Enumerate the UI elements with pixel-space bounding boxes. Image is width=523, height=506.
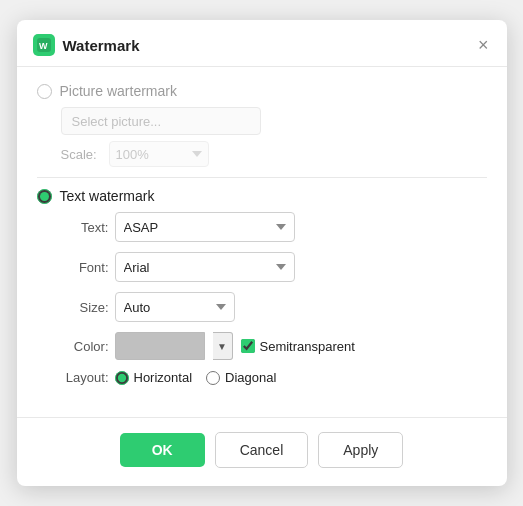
picture-input-row: [61, 107, 487, 135]
layout-label: Layout:: [61, 370, 109, 385]
dialog-header: W Watermark ×: [17, 20, 507, 67]
semitransparent-checkbox[interactable]: [241, 339, 255, 353]
text-select[interactable]: ASAP: [115, 212, 295, 242]
dialog-title: Watermark: [63, 37, 468, 54]
font-form-row: Font: Arial: [61, 252, 487, 282]
text-watermark-radio[interactable]: [37, 189, 52, 204]
semitransparent-label[interactable]: Semitransparent: [241, 339, 355, 354]
cancel-button[interactable]: Cancel: [215, 432, 309, 468]
color-swatch[interactable]: [115, 332, 205, 360]
dialog-body: Picture wartermark Scale: 100% Text wate…: [17, 67, 507, 407]
dialog-footer: OK Cancel Apply: [17, 417, 507, 486]
size-label: Size:: [61, 300, 109, 315]
text-options: Text: ASAP Font: Arial Size: Auto: [61, 212, 487, 385]
diagonal-label[interactable]: Diagonal: [206, 370, 276, 385]
picture-radio-row: Picture wartermark: [37, 83, 487, 99]
section-divider: [37, 177, 487, 178]
font-label: Font:: [61, 260, 109, 275]
font-select[interactable]: Arial: [115, 252, 295, 282]
diagonal-text: Diagonal: [225, 370, 276, 385]
size-form-row: Size: Auto: [61, 292, 487, 322]
layout-options: Horizontal Diagonal: [115, 370, 277, 385]
semitransparent-text: Semitransparent: [260, 339, 355, 354]
layout-form-row: Layout: Horizontal Diagonal: [61, 370, 487, 385]
close-button[interactable]: ×: [476, 36, 491, 54]
picture-input[interactable]: [61, 107, 261, 135]
picture-watermark-label[interactable]: Picture wartermark: [60, 83, 177, 99]
horizontal-radio[interactable]: [115, 371, 129, 385]
watermark-dialog: W Watermark × Picture wartermark Scale: …: [17, 20, 507, 486]
apply-button[interactable]: Apply: [318, 432, 403, 468]
color-form-row: Color: ▼ Semitransparent: [61, 332, 487, 360]
scale-row: Scale: 100%: [61, 141, 487, 167]
text-radio-row: Text watermark: [37, 188, 487, 204]
color-label: Color:: [61, 339, 109, 354]
svg-text:W: W: [39, 41, 48, 51]
scale-select[interactable]: 100%: [109, 141, 209, 167]
size-select[interactable]: Auto: [115, 292, 235, 322]
picture-watermark-radio[interactable]: [37, 84, 52, 99]
picture-watermark-section: Picture wartermark Scale: 100%: [37, 83, 487, 167]
text-label: Text:: [61, 220, 109, 235]
text-watermark-label[interactable]: Text watermark: [60, 188, 155, 204]
picture-options: Scale: 100%: [61, 107, 487, 167]
diagonal-radio[interactable]: [206, 371, 220, 385]
ok-button[interactable]: OK: [120, 433, 205, 467]
app-icon: W: [33, 34, 55, 56]
color-dropdown-button[interactable]: ▼: [213, 332, 233, 360]
color-picker-group: ▼ Semitransparent: [115, 332, 355, 360]
scale-label: Scale:: [61, 147, 101, 162]
horizontal-text: Horizontal: [134, 370, 193, 385]
text-watermark-section: Text watermark Text: ASAP Font: Arial: [37, 188, 487, 385]
horizontal-label[interactable]: Horizontal: [115, 370, 193, 385]
text-form-row: Text: ASAP: [61, 212, 487, 242]
